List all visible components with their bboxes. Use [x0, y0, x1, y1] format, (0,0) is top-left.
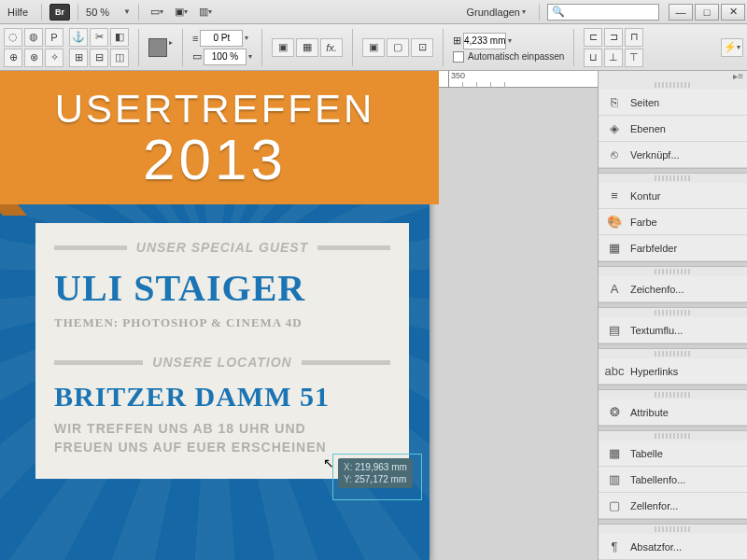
- panel-icon: ❂: [606, 404, 623, 421]
- minimize-button[interactable]: —: [669, 4, 693, 21]
- align-icon[interactable]: ⊐: [604, 28, 623, 47]
- panel-seiten[interactable]: ⎘Seiten: [599, 90, 747, 116]
- panel-icon: ▦: [606, 445, 623, 462]
- panel-absatzfor[interactable]: ¶Absatzfor...: [599, 534, 747, 560]
- zoom-dropdown[interactable]: 50 %▼: [86, 7, 131, 18]
- body-text: WIR TREFFEN UNS AB 18 UHR UND FREUEN UNS…: [54, 420, 390, 456]
- panel-farbe[interactable]: 🎨Farbe: [599, 209, 747, 235]
- panel-icon: ▦: [606, 240, 623, 257]
- tool-icon[interactable]: ◫: [110, 49, 129, 67]
- panel-label: Farbfelder: [630, 243, 677, 254]
- panel-farbfelder[interactable]: ▦Farbfelder: [599, 235, 747, 261]
- arrange-icon[interactable]: ▥▾: [195, 3, 216, 21]
- panel-ebenen[interactable]: ◈Ebenen: [599, 116, 747, 142]
- panel-icon: ⎋: [606, 147, 623, 163]
- stroke-weight-field[interactable]: ≡ ▾: [192, 30, 252, 47]
- tool-icon[interactable]: ⊟: [90, 49, 108, 67]
- panel-icon: A: [606, 281, 623, 298]
- screen-mode-icon[interactable]: ▣▾: [171, 3, 191, 21]
- fx-icon[interactable]: fx.: [320, 38, 343, 57]
- panel-dock: ▸≡ ⎘Seiten◈Ebenen⎋Verknüpf...≡Kontur🎨Far…: [598, 71, 747, 560]
- panel-icon: ▥: [606, 471, 623, 488]
- tool-icon[interactable]: ◌: [4, 28, 22, 47]
- panel-icon: ⎘: [606, 94, 623, 111]
- cursor-tooltip: X: 219,963 mm Y: 257,172 mm: [338, 458, 413, 488]
- tool-icon[interactable]: ◍: [24, 28, 43, 47]
- panel-label: Tabellenfo...: [630, 474, 685, 485]
- panel-icon: abc: [606, 363, 623, 380]
- frame-size-field[interactable]: ⊞ ▾: [453, 33, 564, 49]
- panel-label: Hyperlinks: [630, 366, 678, 377]
- panel-tabelle[interactable]: ▦Tabelle: [599, 441, 747, 467]
- guest-name: ULI STAIGER: [54, 266, 390, 310]
- align-icon[interactable]: ⊏: [584, 28, 602, 47]
- canvas-area[interactable]: 50100150200250300350 USERTREFFEN 2013 UN…: [0, 71, 598, 560]
- panel-zeichenfo[interactable]: AZeichenfo...: [599, 276, 747, 302]
- address: BRITZER DAMM 51: [54, 381, 390, 413]
- view-options-icon[interactable]: ▭▾: [147, 3, 167, 21]
- panel-textumflu[interactable]: ▤Textumflu...: [599, 317, 747, 343]
- panel-label: Tabelle: [630, 448, 663, 459]
- close-button[interactable]: ✕: [721, 4, 745, 21]
- align-icon[interactable]: ⊔: [584, 49, 602, 67]
- section-label: UNSERE LOCATION: [54, 355, 390, 370]
- tool-icon[interactable]: ✂: [90, 28, 108, 47]
- fitting-icon[interactable]: ▣: [362, 38, 385, 57]
- cursor-icon: ↖: [323, 455, 334, 470]
- panel-label: Zeichenfo...: [630, 284, 684, 295]
- tool-icon[interactable]: ⊕: [4, 49, 22, 67]
- align-icon[interactable]: ⊓: [625, 28, 643, 47]
- tool-icon[interactable]: ▣: [272, 38, 294, 57]
- workspace-dropdown[interactable]: Grundlagen ▾: [461, 5, 532, 20]
- panel-icon: ≡: [606, 188, 623, 204]
- bridge-button[interactable]: Br: [49, 4, 70, 21]
- fill-swatch[interactable]: [148, 38, 167, 57]
- panel-label: Verknüpf...: [630, 149, 680, 161]
- autofit-checkbox[interactable]: Automatisch einpassen: [453, 51, 564, 63]
- content-card: UNSER SPECIAL GUEST ULI STAIGER THEMEN: …: [35, 223, 409, 479]
- anchor-icon[interactable]: ⚓: [69, 28, 88, 47]
- menu-bar: Hilfe Br 50 %▼ ▭▾ ▣▾ ▥▾ Grundlagen ▾ 🔍 —…: [0, 0, 747, 24]
- panel-verknpf[interactable]: ⎋Verknüpf...: [599, 142, 747, 168]
- section-label: UNSER SPECIAL GUEST: [54, 240, 390, 255]
- align-icon[interactable]: ⊥: [604, 49, 623, 67]
- tool-icon[interactable]: ▦: [296, 38, 318, 57]
- tool-icon[interactable]: ◧: [110, 28, 129, 47]
- guest-subtitle: THEMEN: PHOTOSHOP & CINEMA 4D: [54, 315, 390, 330]
- tool-icon[interactable]: ⊞: [69, 49, 88, 67]
- search-input[interactable]: [569, 7, 653, 18]
- fitting-icon[interactable]: ▢: [387, 38, 409, 57]
- panel-label: Kontur: [630, 190, 660, 202]
- panel-label: Seiten: [630, 97, 659, 108]
- control-toolbar: ◌ ◍ P ⊕ ⊗ ✧ ⚓ ✂ ◧ ⊞ ⊟ ◫ ▸ ≡ ▾: [0, 24, 747, 71]
- panel-icon: ▢: [606, 497, 623, 514]
- maximize-button[interactable]: □: [695, 4, 719, 21]
- panel-icon: ¶: [606, 539, 623, 555]
- tool-icon[interactable]: ✧: [45, 49, 63, 67]
- fitting-icon[interactable]: ⊡: [411, 38, 433, 57]
- panel-tabellenfo[interactable]: ▥Tabellenfo...: [599, 467, 747, 493]
- opacity-field[interactable]: ▭ ▾: [192, 49, 252, 65]
- panel-hyperlinks[interactable]: abcHyperlinks: [599, 358, 747, 385]
- panel-label: Ebenen: [630, 123, 666, 134]
- panel-menu-icon[interactable]: ▸≡: [733, 71, 743, 80]
- panel-attribute[interactable]: ❂Attribute: [599, 399, 747, 426]
- panel-label: Zellenfor...: [630, 500, 678, 511]
- search-icon: 🔍: [552, 6, 565, 18]
- panel-icon: ▤: [606, 322, 623, 339]
- search-field[interactable]: 🔍: [547, 4, 659, 21]
- panel-zellenfor[interactable]: ▢Zellenfor...: [599, 493, 747, 519]
- panel-label: Farbe: [630, 217, 657, 228]
- panel-label: Attribute: [630, 407, 669, 418]
- panel-label: Absatzfor...: [630, 541, 682, 553]
- tool-icon[interactable]: P: [45, 28, 63, 47]
- flash-icon[interactable]: ⚡▾: [721, 38, 743, 57]
- panel-kontur[interactable]: ≡Kontur: [599, 183, 747, 209]
- help-menu[interactable]: Hilfe: [2, 5, 34, 20]
- panel-icon: ◈: [606, 120, 623, 137]
- align-icon[interactable]: ⊤: [625, 49, 643, 67]
- panel-label: Textumflu...: [630, 325, 683, 336]
- banner: USERTREFFEN 2013: [0, 71, 439, 204]
- panel-icon: 🎨: [606, 214, 623, 231]
- tool-icon[interactable]: ⊗: [24, 49, 43, 67]
